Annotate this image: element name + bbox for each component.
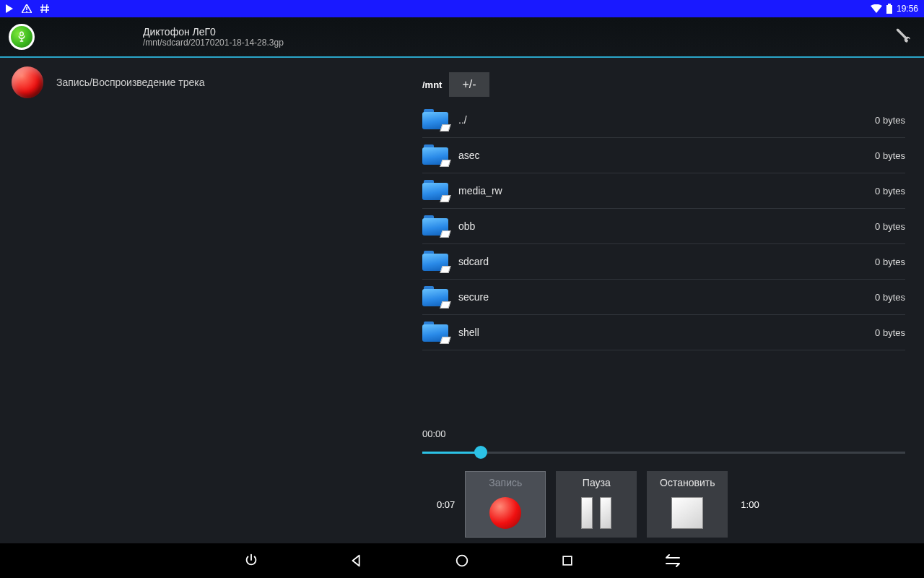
stop-icon [671, 497, 703, 529]
svg-point-4 [457, 556, 468, 566]
file-name: media_rw [458, 185, 502, 197]
file-name: asec [458, 150, 480, 161]
svg-rect-1 [26, 11, 27, 12]
elapsed-time: 0:07 [437, 499, 455, 510]
seek-thumb[interactable] [474, 446, 487, 459]
path-toggle-button[interactable]: +/- [449, 72, 489, 97]
back-button[interactable] [346, 551, 367, 571]
seek-fill [422, 452, 480, 454]
warning-icon [22, 4, 32, 13]
file-size: 0 bytes [875, 256, 905, 267]
player-current-time: 00:00 [422, 428, 905, 439]
settings-wrench-icon[interactable] [892, 26, 911, 48]
swap-button[interactable] [663, 551, 683, 571]
folder-icon [422, 215, 448, 237]
file-size: 0 bytes [875, 292, 905, 303]
file-row[interactable]: sdcard0 bytes [422, 244, 905, 280]
wifi-icon [871, 4, 882, 13]
record-dot-icon [12, 66, 43, 98]
file-name: ../ [458, 114, 467, 126]
app-header: Диктофон ЛеГ0 /mnt/sdcard/20170201-18-14… [0, 17, 924, 58]
seek-bar[interactable] [422, 444, 905, 461]
player-area: 00:00 0:07 Запись Пауза [422, 428, 905, 543]
left-pane: Запись/Воспроизведение трека [0, 58, 422, 543]
file-size: 0 bytes [875, 327, 905, 338]
app-title: Диктофон ЛеГ0 [143, 26, 284, 38]
record-button-label: Запись [489, 477, 522, 488]
play-indicator-icon [6, 4, 13, 13]
pause-button[interactable]: Пауза [556, 471, 637, 538]
record-playback-row[interactable]: Запись/Воспроизведение трека [12, 66, 411, 98]
folder-icon [422, 180, 448, 202]
stop-button-label: Остановить [660, 477, 715, 488]
stop-button[interactable]: Остановить [647, 471, 728, 538]
system-nav-bar [0, 543, 924, 578]
svg-rect-5 [563, 556, 572, 565]
power-button[interactable] [241, 551, 261, 571]
svg-rect-0 [26, 7, 27, 10]
file-name: sdcard [458, 256, 489, 267]
seek-track [422, 452, 905, 454]
file-size: 0 bytes [875, 186, 905, 197]
pause-button-label: Пауза [583, 477, 611, 488]
file-row[interactable]: secure0 bytes [422, 280, 905, 315]
folder-icon [422, 251, 448, 272]
file-size: 0 bytes [875, 115, 905, 126]
status-time: 19:56 [897, 4, 918, 14]
current-path: /mnt [422, 79, 442, 90]
file-name: obb [458, 220, 475, 232]
status-bar: 19:56 [0, 0, 924, 17]
file-row[interactable]: shell0 bytes [422, 315, 905, 350]
recents-button[interactable] [557, 551, 578, 571]
total-time: 1:00 [741, 499, 759, 510]
main-content: Запись/Воспроизведение трека /mnt +/- ..… [0, 58, 924, 543]
folder-icon [422, 144, 448, 166]
file-name: shell [458, 327, 479, 338]
file-row[interactable]: obb0 bytes [422, 209, 905, 244]
svg-rect-3 [886, 5, 892, 14]
battery-icon [886, 4, 892, 14]
svg-rect-2 [888, 4, 891, 5]
folder-icon [422, 109, 448, 131]
file-list: ../0 bytesasec0 bytesmedia_rw0 bytesobb0… [422, 103, 905, 350]
home-button[interactable] [452, 551, 472, 571]
right-pane: /mnt +/- ../0 bytesasec0 bytesmedia_rw0 … [422, 58, 924, 543]
file-row[interactable]: asec0 bytes [422, 138, 905, 173]
app-subtitle: /mnt/sdcard/20170201-18-14-28.3gp [143, 38, 284, 48]
file-name: secure [458, 291, 489, 303]
record-icon [489, 497, 521, 529]
file-row[interactable]: ../0 bytes [422, 103, 905, 138]
file-size: 0 bytes [875, 150, 905, 161]
app-icon[interactable] [9, 24, 35, 50]
folder-icon [422, 286, 448, 308]
file-size: 0 bytes [875, 221, 905, 232]
pause-icon [581, 497, 611, 529]
record-button[interactable]: Запись [465, 471, 546, 538]
hash-icon [40, 4, 49, 13]
file-row[interactable]: media_rw0 bytes [422, 173, 905, 209]
folder-icon [422, 322, 448, 343]
record-playback-label: Запись/Воспроизведение трека [56, 77, 205, 88]
